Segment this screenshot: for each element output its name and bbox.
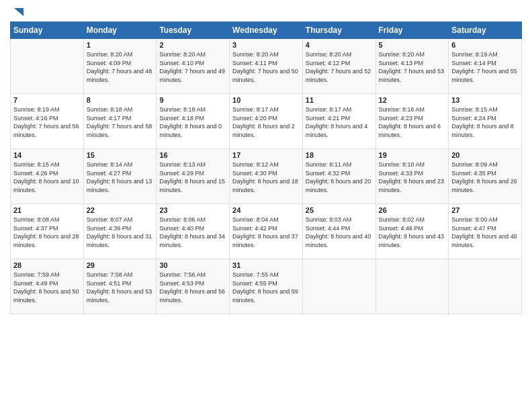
- day-number: 8: [87, 96, 154, 104]
- day-number: 20: [451, 151, 519, 159]
- cell-info: Sunrise: 8:20 AMSunset: 4:13 PMDaylight:…: [379, 51, 445, 83]
- cell-info: Sunrise: 8:02 AMSunset: 4:46 PMDaylight:…: [379, 216, 445, 248]
- cell-info: Sunrise: 8:13 AMSunset: 4:29 PMDaylight:…: [159, 161, 225, 193]
- svg-marker-0: [14, 8, 24, 16]
- day-header-wednesday: Wednesday: [230, 22, 303, 39]
- day-number: 26: [379, 206, 446, 214]
- calendar-cell: 5Sunrise: 8:20 AMSunset: 4:13 PMDaylight…: [375, 39, 449, 94]
- calendar-table: SundayMondayTuesdayWednesdayThursdayFrid…: [10, 21, 522, 314]
- cell-info: Sunrise: 7:55 AMSunset: 4:55 PMDaylight:…: [232, 271, 298, 304]
- calendar-cell: 1Sunrise: 8:20 AMSunset: 4:09 PMDaylight…: [83, 39, 157, 94]
- calendar-cell: 7Sunrise: 8:19 AMSunset: 4:16 PMDaylight…: [11, 94, 84, 149]
- day-number: 11: [306, 96, 373, 104]
- day-number: 5: [379, 41, 446, 49]
- cell-info: Sunrise: 8:08 AMSunset: 4:37 PMDaylight:…: [13, 216, 79, 248]
- calendar-cell: 18Sunrise: 8:11 AMSunset: 4:32 PMDayligh…: [302, 149, 375, 204]
- calendar-cell: 3Sunrise: 8:20 AMSunset: 4:11 PMDaylight…: [230, 39, 303, 94]
- day-number: 27: [451, 206, 519, 214]
- cell-info: Sunrise: 8:20 AMSunset: 4:12 PMDaylight:…: [306, 51, 371, 83]
- cell-info: Sunrise: 8:14 AMSunset: 4:27 PMDaylight:…: [87, 161, 152, 193]
- logo-triangle-icon: [11, 7, 24, 19]
- calendar-cell: 28Sunrise: 7:59 AMSunset: 4:49 PMDayligh…: [11, 259, 84, 314]
- cell-info: Sunrise: 8:12 AMSunset: 4:30 PMDaylight:…: [232, 161, 298, 193]
- day-header-thursday: Thursday: [302, 22, 375, 39]
- cell-info: Sunrise: 8:20 AMSunset: 4:10 PMDaylight:…: [159, 51, 225, 83]
- calendar-cell: [11, 39, 84, 94]
- day-header-friday: Friday: [375, 22, 449, 39]
- day-number: 7: [13, 96, 81, 104]
- calendar-cell: 14Sunrise: 8:15 AMSunset: 4:26 PMDayligh…: [11, 149, 84, 204]
- day-number: 13: [451, 96, 519, 104]
- calendar-cell: 22Sunrise: 8:07 AMSunset: 4:39 PMDayligh…: [83, 204, 157, 259]
- day-number: 3: [232, 41, 300, 49]
- calendar-cell: [375, 259, 449, 314]
- calendar-cell: 25Sunrise: 8:03 AMSunset: 4:44 PMDayligh…: [302, 204, 375, 259]
- calendar-cell: 23Sunrise: 8:06 AMSunset: 4:40 PMDayligh…: [157, 204, 230, 259]
- calendar-cell: 30Sunrise: 7:56 AMSunset: 4:53 PMDayligh…: [157, 259, 230, 314]
- cell-info: Sunrise: 8:09 AMSunset: 4:35 PMDaylight:…: [451, 161, 517, 193]
- calendar-cell: 9Sunrise: 8:18 AMSunset: 4:18 PMDaylight…: [157, 94, 230, 149]
- day-number: 10: [232, 96, 300, 104]
- calendar-cell: 8Sunrise: 8:18 AMSunset: 4:17 PMDaylight…: [83, 94, 157, 149]
- calendar-cell: 15Sunrise: 8:14 AMSunset: 4:27 PMDayligh…: [83, 149, 157, 204]
- day-number: 21: [13, 206, 81, 214]
- cell-info: Sunrise: 8:18 AMSunset: 4:17 PMDaylight:…: [87, 106, 152, 138]
- cell-info: Sunrise: 8:15 AMSunset: 4:26 PMDaylight:…: [13, 161, 79, 193]
- cell-info: Sunrise: 8:07 AMSunset: 4:39 PMDaylight:…: [87, 216, 152, 248]
- day-number: 18: [306, 151, 373, 159]
- cell-info: Sunrise: 8:19 AMSunset: 4:16 PMDaylight:…: [13, 106, 79, 138]
- day-number: 12: [379, 96, 446, 104]
- calendar-cell: 4Sunrise: 8:20 AMSunset: 4:12 PMDaylight…: [302, 39, 375, 94]
- cell-info: Sunrise: 8:16 AMSunset: 4:23 PMDaylight:…: [379, 106, 441, 138]
- day-number: 30: [159, 261, 226, 269]
- week-row-4: 21Sunrise: 8:08 AMSunset: 4:37 PMDayligh…: [11, 204, 522, 259]
- day-header-saturday: Saturday: [449, 22, 522, 39]
- calendar-cell: 31Sunrise: 7:55 AMSunset: 4:55 PMDayligh…: [230, 259, 303, 314]
- header-row: SundayMondayTuesdayWednesdayThursdayFrid…: [11, 22, 522, 39]
- day-number: 2: [159, 41, 226, 49]
- calendar-cell: 16Sunrise: 8:13 AMSunset: 4:29 PMDayligh…: [157, 149, 230, 204]
- calendar-cell: 29Sunrise: 7:58 AMSunset: 4:51 PMDayligh…: [83, 259, 157, 314]
- cell-info: Sunrise: 8:17 AMSunset: 4:20 PMDaylight:…: [232, 106, 295, 138]
- cell-info: Sunrise: 8:06 AMSunset: 4:40 PMDaylight:…: [159, 216, 225, 248]
- day-number: 29: [87, 261, 154, 269]
- cell-info: Sunrise: 8:19 AMSunset: 4:14 PMDaylight:…: [451, 51, 517, 83]
- calendar-cell: 10Sunrise: 8:17 AMSunset: 4:20 PMDayligh…: [230, 94, 303, 149]
- calendar-cell: 11Sunrise: 8:17 AMSunset: 4:21 PMDayligh…: [302, 94, 375, 149]
- cell-info: Sunrise: 8:04 AMSunset: 4:42 PMDaylight:…: [232, 216, 298, 248]
- cell-info: Sunrise: 8:00 AMSunset: 4:47 PMDaylight:…: [451, 216, 517, 248]
- week-row-2: 7Sunrise: 8:19 AMSunset: 4:16 PMDaylight…: [11, 94, 522, 149]
- day-number: 1: [87, 41, 154, 49]
- day-number: 23: [159, 206, 226, 214]
- calendar-cell: 24Sunrise: 8:04 AMSunset: 4:42 PMDayligh…: [230, 204, 303, 259]
- day-number: 22: [87, 206, 154, 214]
- cell-info: Sunrise: 8:18 AMSunset: 4:18 PMDaylight:…: [159, 106, 222, 138]
- cell-info: Sunrise: 8:20 AMSunset: 4:11 PMDaylight:…: [232, 51, 298, 83]
- calendar-cell: 6Sunrise: 8:19 AMSunset: 4:14 PMDaylight…: [449, 39, 522, 94]
- day-number: 16: [159, 151, 226, 159]
- day-number: 17: [232, 151, 300, 159]
- day-number: 24: [232, 206, 300, 214]
- week-row-5: 28Sunrise: 7:59 AMSunset: 4:49 PMDayligh…: [11, 259, 522, 314]
- day-number: 4: [306, 41, 373, 49]
- cell-info: Sunrise: 8:11 AMSunset: 4:32 PMDaylight:…: [306, 161, 371, 193]
- day-header-monday: Monday: [83, 22, 157, 39]
- week-row-1: 1Sunrise: 8:20 AMSunset: 4:09 PMDaylight…: [11, 39, 522, 94]
- header: [10, 7, 522, 16]
- calendar-cell: 12Sunrise: 8:16 AMSunset: 4:23 PMDayligh…: [375, 94, 449, 149]
- calendar-cell: 13Sunrise: 8:15 AMSunset: 4:24 PMDayligh…: [449, 94, 522, 149]
- cell-info: Sunrise: 7:59 AMSunset: 4:49 PMDaylight:…: [13, 271, 79, 304]
- cell-info: Sunrise: 8:15 AMSunset: 4:24 PMDaylight:…: [451, 106, 514, 138]
- calendar-cell: [302, 259, 375, 314]
- day-header-sunday: Sunday: [11, 22, 84, 39]
- cell-info: Sunrise: 8:20 AMSunset: 4:09 PMDaylight:…: [87, 51, 152, 83]
- calendar-container: SundayMondayTuesdayWednesdayThursdayFrid…: [0, 0, 532, 411]
- day-header-tuesday: Tuesday: [157, 22, 230, 39]
- day-number: 6: [451, 41, 519, 49]
- calendar-cell: 26Sunrise: 8:02 AMSunset: 4:46 PMDayligh…: [375, 204, 449, 259]
- day-number: 14: [13, 151, 81, 159]
- logo: [10, 7, 24, 16]
- cell-info: Sunrise: 7:58 AMSunset: 4:51 PMDaylight:…: [87, 271, 152, 304]
- calendar-cell: 20Sunrise: 8:09 AMSunset: 4:35 PMDayligh…: [449, 149, 522, 204]
- cell-info: Sunrise: 8:10 AMSunset: 4:33 PMDaylight:…: [379, 161, 445, 193]
